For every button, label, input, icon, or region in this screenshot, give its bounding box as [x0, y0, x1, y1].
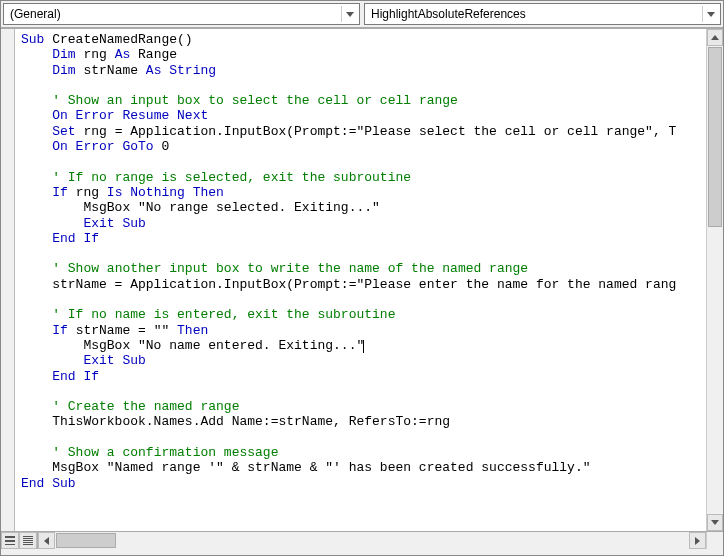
object-dropdown-value: (General): [10, 7, 61, 21]
code-content[interactable]: Sub CreateNamedRange() Dim rng As Range …: [15, 29, 706, 509]
svg-rect-5: [23, 540, 33, 541]
scroll-up-button[interactable]: [707, 29, 723, 46]
svg-rect-3: [23, 536, 33, 537]
code-container: Sub CreateNamedRange() Dim rng As Range …: [1, 28, 723, 531]
chevron-down-icon: [341, 6, 355, 22]
svg-rect-1: [5, 540, 15, 542]
horizontal-scrollbar[interactable]: [38, 532, 706, 549]
object-dropdown[interactable]: (General): [3, 3, 360, 25]
code-pane[interactable]: Sub CreateNamedRange() Dim rng As Range …: [15, 29, 706, 531]
svg-rect-0: [5, 536, 15, 538]
code-margin: [1, 29, 15, 531]
svg-rect-4: [23, 538, 33, 539]
svg-rect-7: [23, 544, 33, 545]
vertical-scrollbar[interactable]: [706, 29, 723, 531]
vscroll-track[interactable]: [707, 46, 723, 514]
toolbar: (General) HighlightAbsoluteReferences: [1, 1, 723, 28]
hscroll-track[interactable]: [55, 532, 689, 549]
hscroll-thumb[interactable]: [56, 533, 116, 548]
scroll-corner: [706, 532, 723, 549]
view-buttons: [1, 532, 38, 549]
scroll-down-button[interactable]: [707, 514, 723, 531]
bottom-bar: [1, 531, 723, 549]
svg-rect-6: [23, 542, 33, 543]
procedure-dropdown[interactable]: HighlightAbsoluteReferences: [364, 3, 721, 25]
scroll-right-button[interactable]: [689, 532, 706, 549]
svg-rect-2: [5, 544, 15, 545]
scroll-left-button[interactable]: [38, 532, 55, 549]
procedure-dropdown-value: HighlightAbsoluteReferences: [371, 7, 526, 21]
full-module-view-button[interactable]: [19, 532, 37, 549]
procedure-view-button[interactable]: [1, 532, 19, 549]
vscroll-thumb[interactable]: [708, 47, 722, 227]
chevron-down-icon: [702, 6, 716, 22]
